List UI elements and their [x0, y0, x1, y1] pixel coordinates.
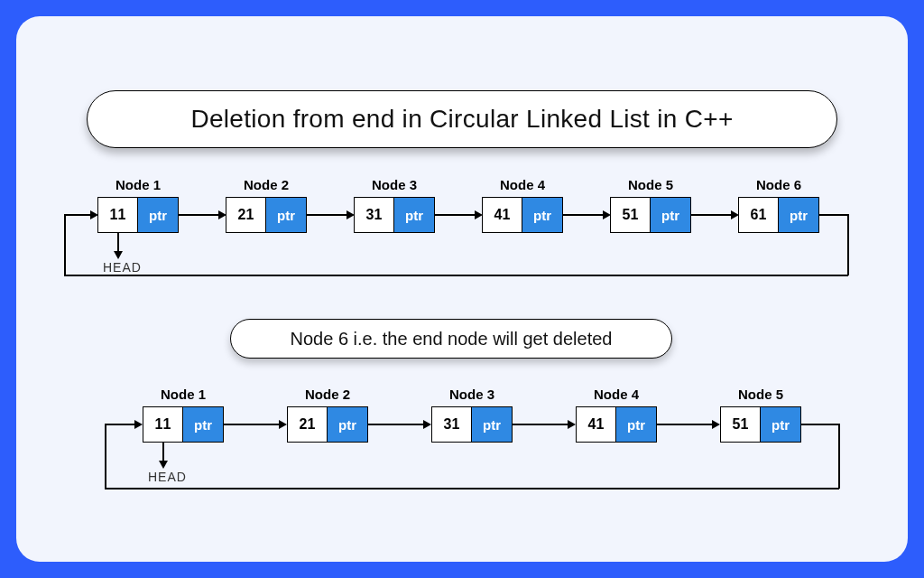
loop-line [64, 214, 91, 216]
node-ptr: ptr [616, 407, 656, 442]
node-value: 51 [721, 407, 761, 442]
node-label: Node 3 [431, 387, 513, 402]
diagram-canvas: Deletion from end in Circular Linked Lis… [16, 16, 908, 562]
arrow-line [179, 214, 220, 216]
node-ptr: ptr [651, 198, 690, 232]
arrow-right-icon [90, 210, 98, 219]
loop-line [64, 214, 66, 275]
node: 41 ptr [482, 197, 563, 233]
node: 51 ptr [720, 406, 801, 443]
arrow-right-icon [731, 210, 739, 219]
arrow-right-icon [423, 420, 431, 429]
node-value: 41 [483, 198, 522, 232]
arrow-right-icon [279, 420, 287, 429]
arrow-right-icon [568, 420, 576, 429]
node: 51 ptr [610, 197, 691, 233]
node-ptr: ptr [761, 407, 800, 442]
node-label: Node 5 [720, 387, 801, 402]
node-label: Node 1 [97, 177, 179, 192]
node-ptr: ptr [138, 198, 178, 232]
arrow-right-icon [134, 420, 143, 429]
head-line [162, 443, 164, 462]
node-ptr: ptr [394, 198, 434, 232]
node: 11 ptr [97, 197, 179, 233]
node: 31 ptr [431, 406, 513, 443]
node-value: 31 [432, 407, 472, 442]
loop-line [838, 424, 840, 489]
node-value: 11 [143, 407, 183, 442]
node-value: 41 [577, 407, 616, 442]
arrow-right-icon [475, 210, 483, 219]
node-ptr: ptr [328, 407, 367, 442]
arrow-line [435, 214, 476, 216]
arrow-line [224, 424, 280, 425]
arrow-line [691, 214, 733, 216]
head-label: HEAD [148, 470, 187, 484]
arrow-line [368, 424, 424, 425]
node-value: 21 [226, 198, 266, 232]
node-value: 61 [739, 198, 779, 232]
arrow-line [563, 214, 605, 216]
arrow-down-icon [114, 251, 123, 259]
node-value: 51 [611, 198, 651, 232]
arrow-down-icon [159, 461, 168, 469]
node-ptr: ptr [522, 198, 562, 232]
diagram-caption: Node 6 i.e. the end node will get delete… [230, 319, 672, 359]
node-label: Node 6 [738, 177, 819, 192]
node-ptr: ptr [183, 407, 223, 442]
node-label: Node 4 [482, 177, 563, 192]
node: 11 ptr [143, 406, 224, 443]
loop-line [105, 488, 839, 489]
node-ptr: ptr [779, 198, 818, 232]
node: 21 ptr [287, 406, 368, 443]
loop-line [801, 424, 839, 425]
node: 21 ptr [226, 197, 307, 233]
head-line [117, 233, 119, 253]
node-ptr: ptr [266, 198, 306, 232]
loop-line [64, 275, 848, 276]
loop-line [847, 214, 849, 275]
arrow-right-icon [218, 210, 226, 219]
node: 31 ptr [354, 197, 435, 233]
arrow-line [307, 214, 348, 216]
loop-line [819, 214, 848, 216]
node-label: Node 1 [143, 387, 224, 402]
arrow-right-icon [603, 210, 611, 219]
loop-line [105, 424, 106, 489]
node-value: 11 [98, 198, 138, 232]
node-label: Node 3 [354, 177, 435, 192]
node-label: Node 2 [287, 387, 368, 402]
arrow-line [657, 424, 713, 425]
arrow-line [513, 424, 568, 425]
head-label: HEAD [103, 260, 142, 275]
node-value: 31 [355, 198, 394, 232]
node-ptr: ptr [472, 407, 512, 442]
node: 41 ptr [576, 406, 657, 443]
node-label: Node 2 [226, 177, 307, 192]
arrow-right-icon [712, 420, 720, 429]
node-label: Node 4 [576, 387, 657, 402]
node-label: Node 5 [610, 177, 691, 192]
node: 61 ptr [738, 197, 819, 233]
arrow-right-icon [346, 210, 355, 219]
node-value: 21 [288, 407, 328, 442]
loop-line [105, 424, 135, 425]
diagram-title: Deletion from end in Circular Linked Lis… [87, 90, 837, 148]
